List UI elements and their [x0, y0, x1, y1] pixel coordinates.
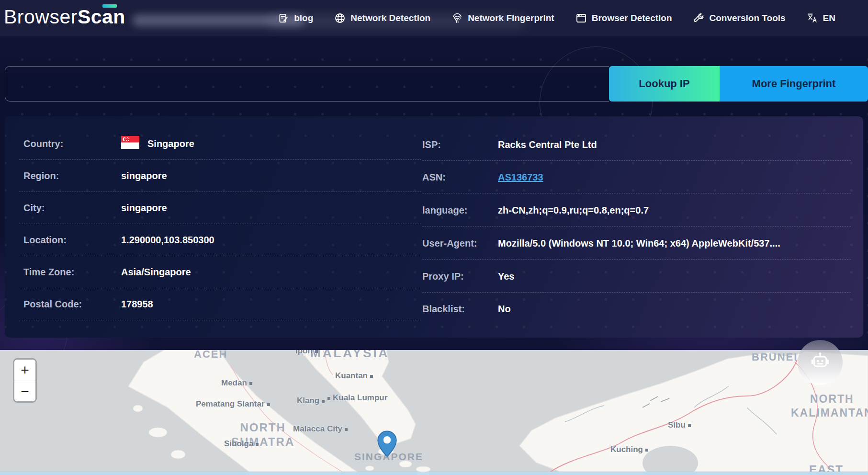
info-row-user-agent: User-Agent: Mozilla/5.0 (Windows NT 10.0… — [422, 227, 851, 260]
proxy-ip-value: Yes — [498, 271, 514, 282]
globe-icon — [334, 12, 346, 24]
map-graphic — [0, 350, 868, 472]
info-row-language: language: zh-CN,zh;q=0.9,ru;q=0.8,en;q=0… — [422, 194, 851, 226]
row-label: language: — [422, 205, 467, 216]
nav-label: Network Fingerprint — [468, 13, 554, 23]
nav-item-network-fingerprint[interactable]: Network Fingerprint — [451, 12, 554, 24]
header: BrowserScan blog — [0, 0, 868, 36]
footer-strip — [0, 472, 868, 475]
map-label-malaysia: MALAYSIA — [310, 350, 389, 361]
location-pin-icon[interactable] — [377, 430, 397, 459]
singapore-flag-icon — [121, 136, 139, 151]
language-label: EN — [823, 13, 835, 23]
row-label: Location: — [23, 235, 67, 246]
language-value: zh-CN,zh;q=0.9,ru;q=0.8,en;q=0.7 — [498, 205, 649, 216]
map-city-pematang-siantar: Pematang Siantar — [196, 399, 270, 409]
info-row-timezone: Time Zone: Asia/Singapore — [19, 256, 421, 288]
wrench-icon — [693, 12, 705, 24]
map-label-east: EAST — [809, 463, 844, 472]
map-label-north-kalimantan: NORTH KALIMANTAN — [791, 392, 868, 420]
info-row-blacklist: Blacklist: No — [422, 293, 851, 325]
browserscan-logo[interactable]: BrowserScan — [4, 6, 125, 28]
map-city-sibolga: Sibolga — [224, 439, 259, 449]
region-value: singapore — [121, 170, 167, 181]
main-nav: blog Network Detection — [287, 0, 835, 36]
robot-icon — [810, 351, 831, 374]
row-label: City: — [23, 203, 45, 214]
asn-link[interactable]: AS136733 — [498, 172, 543, 183]
location-value: 1.290000,103.850300 — [121, 235, 214, 246]
info-row-city: City: singapore — [19, 192, 421, 224]
zoom-out-button[interactable]: − — [14, 381, 35, 402]
chatbot-widget-button[interactable] — [798, 340, 843, 385]
blacklist-value: No — [498, 304, 511, 315]
row-label: Proxy IP: — [422, 271, 464, 282]
map-zoom-control: + − — [13, 358, 37, 403]
browserscan-page: BrowserScan blog — [0, 0, 868, 475]
row-label: Postal Code: — [23, 299, 82, 310]
nav-item-conversion-tools[interactable]: Conversion Tools — [693, 12, 786, 24]
map-city-sibu: Sibu — [668, 420, 691, 430]
info-row-postal-code: Postal Code: 178958 — [19, 288, 421, 320]
country-value: Singapore — [147, 138, 194, 149]
map-city-medan: Medan — [221, 378, 252, 388]
map-container[interactable]: ACEH MALAYSIA BRUNEI NORTH SUMATRA NORTH… — [0, 350, 868, 472]
timezone-value: Asia/Singapore — [121, 267, 191, 278]
user-agent-value: Mozilla/5.0 (Windows NT 10.0; Win64; x64… — [498, 238, 780, 249]
logo-accent-bar — [102, 4, 117, 8]
translate-icon — [807, 12, 818, 24]
map-city-klang: Klang — [297, 396, 325, 406]
info-row-location: Location: 1.290000,103.850300 — [19, 224, 421, 256]
lookup-ip-button[interactable]: Lookup IP — [609, 66, 720, 102]
ip-search-input-container[interactable] — [5, 66, 609, 102]
nav-label: blog — [294, 13, 313, 23]
nav-label: Conversion Tools — [710, 13, 786, 23]
zoom-in-button[interactable]: + — [14, 360, 35, 381]
nav-label: Network Detection — [350, 13, 430, 23]
map-city-ipoh: Ipoh — [295, 350, 318, 356]
row-label: User-Agent: — [422, 238, 477, 249]
row-label: Region: — [23, 170, 59, 181]
row-label: ASN: — [422, 172, 446, 183]
nav-label: Browser Detection — [592, 13, 672, 23]
isp-value: Racks Central Pte Ltd — [498, 139, 597, 150]
nav-item-network-detection[interactable]: Network Detection — [334, 12, 430, 24]
nav-item-browser-detection[interactable]: Browser Detection — [575, 12, 672, 24]
map-city-kuantan: Kuantan — [335, 371, 373, 381]
fingerprint-icon — [451, 12, 463, 24]
map-city-malacca-city: Malacca City — [293, 424, 348, 434]
browser-icon — [575, 12, 587, 24]
info-row-proxy-ip: Proxy IP: Yes — [422, 260, 851, 293]
map-label-brunei: BRUNEI — [752, 351, 798, 363]
row-label: Country: — [23, 138, 63, 149]
map-label-aceh: ACEH — [194, 350, 227, 361]
logo-text-scan: Scan — [78, 6, 125, 28]
info-row-country: Country: Singapore — [19, 128, 421, 160]
info-row-asn: ASN: AS136733 — [422, 161, 851, 193]
language-switcher[interactable]: EN — [807, 12, 835, 24]
map-city-kuala-lumpur: Kuala Lumpur — [327, 393, 387, 403]
info-row-isp: ISP: Racks Central Pte Ltd — [422, 129, 851, 161]
logo-text-browser: Browser — [4, 6, 78, 28]
map-city-kuching: Kuching — [610, 445, 648, 454]
blog-icon — [278, 13, 289, 24]
city-value: singapore — [121, 203, 167, 214]
row-label: Time Zone: — [23, 267, 74, 278]
more-fingerprint-button[interactable]: More Fingerprint — [720, 66, 868, 102]
ip-info-panel: Country: Singapore — [5, 116, 863, 338]
postal-code-value: 178958 — [121, 299, 153, 310]
row-label: ISP: — [422, 139, 441, 150]
info-row-region: Region: singapore — [19, 160, 421, 192]
nav-item-blog[interactable]: blog — [278, 13, 313, 24]
row-label: Blacklist: — [422, 304, 465, 315]
